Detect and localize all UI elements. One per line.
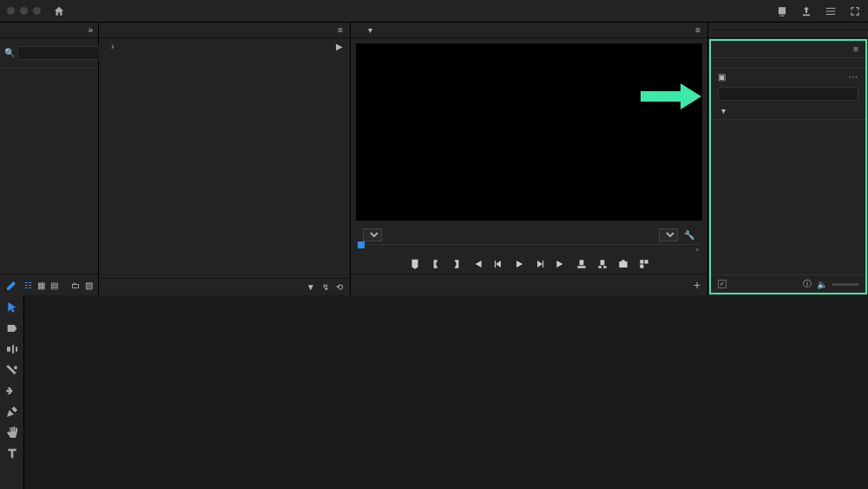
razor-tool-icon[interactable] [5,363,19,377]
extract-icon[interactable] [596,258,608,270]
fit-select[interactable] [363,228,382,241]
home-icon[interactable] [53,5,65,17]
hand-tool-icon[interactable] [5,426,19,439]
step-back-icon[interactable] [492,258,504,270]
window-controls[interactable] [7,7,41,15]
stock-icon: ▣ [718,72,726,82]
search-icon: 🔍 [5,46,14,58]
fx-breadcrumb: › ▶ [99,38,350,55]
go-to-in-icon[interactable] [471,258,483,270]
add-button-icon[interactable]: + [694,278,700,292]
go-to-out-icon[interactable] [555,258,567,270]
share-icon[interactable] [800,5,812,17]
new-item-icon[interactable]: ▧ [85,281,93,290]
column-header-name[interactable] [0,63,98,69]
lift-icon[interactable] [575,258,588,270]
export-frame-icon[interactable] [617,258,629,270]
zoom-select[interactable] [659,228,678,241]
quick-export-icon[interactable] [776,5,788,17]
program-monitor-panel: ▾≡ 🔧 ⚬ + [351,23,708,295]
pen-tool-icon[interactable] [5,405,19,419]
workspaces-icon[interactable] [825,5,837,17]
project-footer: ☷ ▦ ▤ 🗀 ▧ [0,274,98,295]
slip-tool-icon[interactable] [5,384,19,398]
project-panel: » 🔍 ☷ ▦ ▤ 🗀 ▧ [0,23,99,295]
mark-in-icon[interactable] [430,258,442,270]
tab-essential-graphics[interactable] [708,30,868,38]
new-bin-icon[interactable]: 🗀 [71,281,80,290]
curve-icon[interactable]: ↯ [322,282,329,292]
program-scrubber[interactable]: ⚬ [358,244,700,254]
play-icon[interactable] [513,258,525,270]
titlebar [0,0,868,23]
volume-slider[interactable] [832,283,858,286]
ripple-edit-tool-icon[interactable] [5,342,19,356]
timeline-sync-checkbox[interactable]: ✓ [718,280,727,288]
track-select-tool-icon[interactable] [5,321,19,335]
essential-sound-panel: ≡ ▣ ··· ▾ ✓ ⓘ 🔈 [709,39,867,294]
mark-out-icon[interactable] [450,258,463,270]
button-editor-icon[interactable] [638,258,650,270]
pencil-icon[interactable] [5,278,19,292]
timeline-tools [0,295,24,489]
volume-icon[interactable]: 🔈 [817,280,827,289]
source-menu-icon[interactable]: ··· [849,72,858,82]
icon-view-icon[interactable]: ▦ [37,281,45,290]
selection-tool-icon[interactable] [5,301,19,314]
step-forward-icon[interactable] [534,258,546,270]
transport-controls [351,254,707,274]
tab-effects[interactable] [708,23,868,30]
es-search-input[interactable] [718,87,858,101]
annotation-arrow [641,83,701,111]
video-monitor[interactable] [356,43,702,221]
maximize-icon[interactable] [849,5,861,17]
add-marker-icon[interactable] [409,258,421,270]
type-tool-icon[interactable] [5,446,19,460]
info-icon[interactable]: ⓘ [803,278,812,290]
effect-controls-panel: ≡ › ▶ ▼ ↯ ⟲ [99,23,351,295]
filter-icon[interactable]: ▼ [306,282,315,292]
settings-icon[interactable]: 🔧 [683,229,695,241]
list-view-icon[interactable]: ☷ [24,281,32,290]
loop-icon[interactable]: ⟲ [336,282,343,292]
right-panels: ≡ ▣ ··· ▾ ✓ ⓘ 🔈 [708,23,868,295]
freeform-view-icon[interactable]: ▤ [50,281,58,290]
